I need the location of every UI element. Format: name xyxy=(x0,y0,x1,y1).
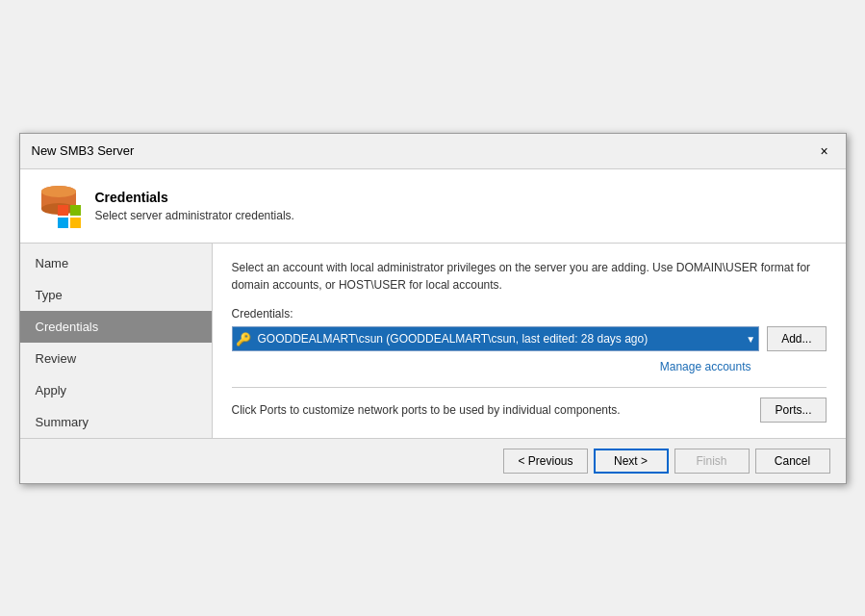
manage-accounts-container: Manage accounts xyxy=(232,359,751,373)
previous-button[interactable]: < Previous xyxy=(503,449,587,474)
header-text: Credentials Select server administrator … xyxy=(95,190,294,222)
footer: < Previous Next > Finish Cancel xyxy=(20,438,846,483)
add-button[interactable]: Add... xyxy=(767,326,826,351)
header-icon xyxy=(36,183,82,229)
finish-button[interactable]: Finish xyxy=(674,449,750,474)
ports-button[interactable]: Ports... xyxy=(760,398,826,423)
sidebar-item-apply[interactable]: Apply xyxy=(20,374,212,406)
next-button[interactable]: Next > xyxy=(594,449,669,474)
windows-logo-icon xyxy=(58,205,81,228)
main-content: Select an account with local administrat… xyxy=(213,244,846,438)
credentials-select[interactable]: GOODDEALMART\csun (GOODDEALMART\csun, la… xyxy=(232,326,760,351)
ports-text: Click Ports to customize network ports t… xyxy=(232,403,761,417)
manage-accounts-link[interactable]: Manage accounts xyxy=(660,360,751,373)
header-subtitle: Select server administrator credentials. xyxy=(95,209,294,222)
title-bar: New SMB3 Server × xyxy=(20,134,846,169)
sidebar-item-summary[interactable]: Summary xyxy=(20,406,212,438)
header-area: Credentials Select server administrator … xyxy=(20,169,846,244)
ports-area: Click Ports to customize network ports t… xyxy=(232,387,827,423)
dialog-title: New SMB3 Server xyxy=(32,143,135,158)
credentials-label: Credentials: xyxy=(232,307,827,321)
svg-point-3 xyxy=(41,186,76,197)
cancel-button[interactable]: Cancel xyxy=(755,449,830,474)
header-title: Credentials xyxy=(95,190,294,205)
sidebar-item-type[interactable]: Type xyxy=(20,279,212,311)
sidebar-item-credentials[interactable]: Credentials xyxy=(20,311,212,343)
sidebar: Name Type Credentials Review Apply Summa… xyxy=(20,244,213,438)
credentials-select-wrapper[interactable]: 🔑 GOODDEALMART\csun (GOODDEALMART\csun, … xyxy=(232,326,760,351)
close-button[interactable]: × xyxy=(815,141,834,161)
sidebar-item-name[interactable]: Name xyxy=(20,247,212,279)
sidebar-item-review[interactable]: Review xyxy=(20,343,212,374)
credentials-row: 🔑 GOODDEALMART\csun (GOODDEALMART\csun, … xyxy=(232,326,827,351)
spacer xyxy=(232,373,827,377)
content-area: Name Type Credentials Review Apply Summa… xyxy=(20,244,846,438)
dialog-window: New SMB3 Server × xyxy=(19,133,847,484)
instruction-text: Select an account with local administrat… xyxy=(232,259,827,294)
